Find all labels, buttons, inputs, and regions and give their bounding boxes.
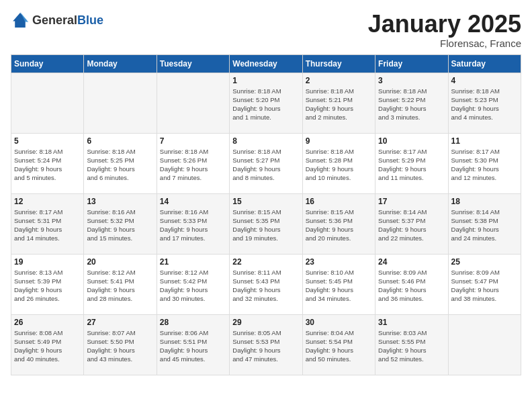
month-title: January 2025 bbox=[368, 11, 521, 38]
day-info: Sunrise: 8:11 AMSunset: 5:43 PMDaylight:… bbox=[232, 268, 299, 304]
calendar-cell: 11Sunrise: 8:17 AMSunset: 5:30 PMDayligh… bbox=[448, 133, 521, 193]
calendar-cell: 12Sunrise: 8:17 AMSunset: 5:31 PMDayligh… bbox=[11, 193, 84, 254]
calendar-cell: 22Sunrise: 8:11 AMSunset: 5:43 PMDayligh… bbox=[230, 254, 302, 314]
calendar-week-row: 5Sunrise: 8:18 AMSunset: 5:24 PMDaylight… bbox=[11, 133, 521, 193]
day-info: Sunrise: 8:18 AMSunset: 5:24 PMDaylight:… bbox=[14, 147, 81, 183]
calendar-table: SundayMondayTuesdayWednesdayThursdayFrid… bbox=[11, 54, 521, 375]
day-info: Sunrise: 8:15 AMSunset: 5:35 PMDaylight:… bbox=[232, 208, 299, 243]
day-number: 5 bbox=[14, 136, 81, 146]
weekday-header-wednesday: Wednesday bbox=[230, 54, 302, 73]
calendar-cell: 19Sunrise: 8:13 AMSunset: 5:39 PMDayligh… bbox=[11, 254, 84, 314]
weekday-header-friday: Friday bbox=[375, 54, 448, 73]
calendar-cell: 9Sunrise: 8:18 AMSunset: 5:28 PMDaylight… bbox=[302, 133, 375, 193]
day-number: 24 bbox=[378, 257, 445, 267]
calendar-cell bbox=[448, 314, 521, 375]
day-number: 27 bbox=[87, 318, 153, 327]
day-number: 29 bbox=[232, 318, 299, 327]
weekday-header-saturday: Saturday bbox=[448, 54, 521, 73]
calendar-cell: 15Sunrise: 8:15 AMSunset: 5:35 PMDayligh… bbox=[230, 193, 302, 254]
day-number: 11 bbox=[451, 136, 518, 146]
day-info: Sunrise: 8:18 AMSunset: 5:20 PMDaylight:… bbox=[232, 87, 299, 122]
page-header: GeneralBlue January 2025 Florensac, Fran… bbox=[11, 11, 521, 49]
day-number: 26 bbox=[14, 318, 81, 327]
calendar-cell: 2Sunrise: 8:18 AMSunset: 5:21 PMDaylight… bbox=[302, 73, 375, 133]
day-info: Sunrise: 8:10 AMSunset: 5:45 PMDaylight:… bbox=[306, 268, 372, 304]
calendar-week-row: 19Sunrise: 8:13 AMSunset: 5:39 PMDayligh… bbox=[11, 254, 521, 314]
calendar-cell: 5Sunrise: 8:18 AMSunset: 5:24 PMDaylight… bbox=[11, 133, 84, 193]
calendar-cell: 30Sunrise: 8:04 AMSunset: 5:54 PMDayligh… bbox=[302, 314, 375, 375]
day-info: Sunrise: 8:18 AMSunset: 5:22 PMDaylight:… bbox=[378, 87, 445, 122]
day-info: Sunrise: 8:09 AMSunset: 5:47 PMDaylight:… bbox=[451, 268, 518, 304]
day-info: Sunrise: 8:12 AMSunset: 5:41 PMDaylight:… bbox=[87, 268, 153, 304]
calendar-week-row: 26Sunrise: 8:08 AMSunset: 5:49 PMDayligh… bbox=[11, 314, 521, 375]
day-info: Sunrise: 8:18 AMSunset: 5:27 PMDaylight:… bbox=[232, 147, 299, 183]
day-number: 6 bbox=[87, 136, 153, 146]
calendar-cell: 28Sunrise: 8:06 AMSunset: 5:51 PMDayligh… bbox=[157, 314, 229, 375]
day-info: Sunrise: 8:12 AMSunset: 5:42 PMDaylight:… bbox=[160, 268, 226, 304]
day-info: Sunrise: 8:15 AMSunset: 5:36 PMDaylight:… bbox=[306, 208, 372, 243]
day-number: 9 bbox=[306, 136, 372, 146]
day-info: Sunrise: 8:09 AMSunset: 5:46 PMDaylight:… bbox=[378, 268, 445, 304]
day-info: Sunrise: 8:18 AMSunset: 5:21 PMDaylight:… bbox=[306, 87, 372, 122]
day-info: Sunrise: 8:16 AMSunset: 5:32 PMDaylight:… bbox=[87, 208, 153, 243]
calendar-cell: 4Sunrise: 8:18 AMSunset: 5:23 PMDaylight… bbox=[448, 73, 521, 133]
day-number: 21 bbox=[160, 257, 226, 267]
calendar-cell bbox=[84, 73, 157, 133]
day-number: 16 bbox=[306, 197, 372, 206]
weekday-header-tuesday: Tuesday bbox=[157, 54, 229, 73]
logo-blue: Blue bbox=[77, 13, 103, 27]
day-info: Sunrise: 8:18 AMSunset: 5:28 PMDaylight:… bbox=[306, 147, 372, 183]
day-number: 25 bbox=[451, 257, 518, 267]
day-info: Sunrise: 8:07 AMSunset: 5:50 PMDaylight:… bbox=[87, 328, 153, 364]
day-number: 7 bbox=[160, 136, 226, 146]
day-info: Sunrise: 8:13 AMSunset: 5:39 PMDaylight:… bbox=[14, 268, 81, 304]
day-number: 18 bbox=[451, 197, 518, 206]
day-number: 10 bbox=[378, 136, 445, 146]
weekday-header-row: SundayMondayTuesdayWednesdayThursdayFrid… bbox=[11, 54, 521, 73]
calendar-cell: 29Sunrise: 8:05 AMSunset: 5:53 PMDayligh… bbox=[230, 314, 302, 375]
day-info: Sunrise: 8:14 AMSunset: 5:38 PMDaylight:… bbox=[451, 208, 518, 243]
day-number: 1 bbox=[232, 76, 299, 85]
day-info: Sunrise: 8:17 AMSunset: 5:30 PMDaylight:… bbox=[451, 147, 518, 183]
calendar-cell: 7Sunrise: 8:18 AMSunset: 5:26 PMDaylight… bbox=[157, 133, 229, 193]
day-number: 8 bbox=[232, 136, 299, 146]
day-number: 17 bbox=[378, 197, 445, 206]
calendar-cell: 21Sunrise: 8:12 AMSunset: 5:42 PMDayligh… bbox=[157, 254, 229, 314]
calendar-cell: 10Sunrise: 8:17 AMSunset: 5:29 PMDayligh… bbox=[375, 133, 448, 193]
calendar-cell: 3Sunrise: 8:18 AMSunset: 5:22 PMDaylight… bbox=[375, 73, 448, 133]
day-number: 23 bbox=[306, 257, 372, 267]
day-number: 30 bbox=[306, 318, 372, 327]
calendar-cell bbox=[11, 73, 84, 133]
day-info: Sunrise: 8:04 AMSunset: 5:54 PMDaylight:… bbox=[306, 328, 372, 364]
day-number: 12 bbox=[14, 197, 81, 206]
calendar-cell: 24Sunrise: 8:09 AMSunset: 5:46 PMDayligh… bbox=[375, 254, 448, 314]
day-info: Sunrise: 8:14 AMSunset: 5:37 PMDaylight:… bbox=[378, 208, 445, 243]
calendar-cell: 25Sunrise: 8:09 AMSunset: 5:47 PMDayligh… bbox=[448, 254, 521, 314]
day-number: 15 bbox=[232, 197, 299, 206]
calendar-cell: 14Sunrise: 8:16 AMSunset: 5:33 PMDayligh… bbox=[157, 193, 229, 254]
day-info: Sunrise: 8:03 AMSunset: 5:55 PMDaylight:… bbox=[378, 328, 445, 364]
calendar-cell: 8Sunrise: 8:18 AMSunset: 5:27 PMDaylight… bbox=[230, 133, 302, 193]
weekday-header-thursday: Thursday bbox=[302, 54, 375, 73]
calendar-cell: 6Sunrise: 8:18 AMSunset: 5:25 PMDaylight… bbox=[84, 133, 157, 193]
day-info: Sunrise: 8:06 AMSunset: 5:51 PMDaylight:… bbox=[160, 328, 226, 364]
calendar-cell: 17Sunrise: 8:14 AMSunset: 5:37 PMDayligh… bbox=[375, 193, 448, 254]
calendar-cell: 1Sunrise: 8:18 AMSunset: 5:20 PMDaylight… bbox=[230, 73, 302, 133]
day-info: Sunrise: 8:16 AMSunset: 5:33 PMDaylight:… bbox=[160, 208, 226, 243]
day-info: Sunrise: 8:05 AMSunset: 5:53 PMDaylight:… bbox=[232, 328, 299, 364]
logo-icon bbox=[11, 11, 30, 30]
location-title: Florensac, France bbox=[368, 38, 521, 49]
day-number: 28 bbox=[160, 318, 226, 327]
logo: GeneralBlue bbox=[11, 11, 103, 30]
calendar-cell: 31Sunrise: 8:03 AMSunset: 5:55 PMDayligh… bbox=[375, 314, 448, 375]
calendar-cell: 27Sunrise: 8:07 AMSunset: 5:50 PMDayligh… bbox=[84, 314, 157, 375]
day-number: 13 bbox=[87, 197, 153, 206]
calendar-cell: 20Sunrise: 8:12 AMSunset: 5:41 PMDayligh… bbox=[84, 254, 157, 314]
day-info: Sunrise: 8:08 AMSunset: 5:49 PMDaylight:… bbox=[14, 328, 81, 364]
weekday-header-monday: Monday bbox=[84, 54, 157, 73]
day-info: Sunrise: 8:18 AMSunset: 5:23 PMDaylight:… bbox=[451, 87, 518, 122]
calendar-cell: 26Sunrise: 8:08 AMSunset: 5:49 PMDayligh… bbox=[11, 314, 84, 375]
day-number: 20 bbox=[87, 257, 153, 267]
calendar-cell: 16Sunrise: 8:15 AMSunset: 5:36 PMDayligh… bbox=[302, 193, 375, 254]
day-info: Sunrise: 8:18 AMSunset: 5:25 PMDaylight:… bbox=[87, 147, 153, 183]
